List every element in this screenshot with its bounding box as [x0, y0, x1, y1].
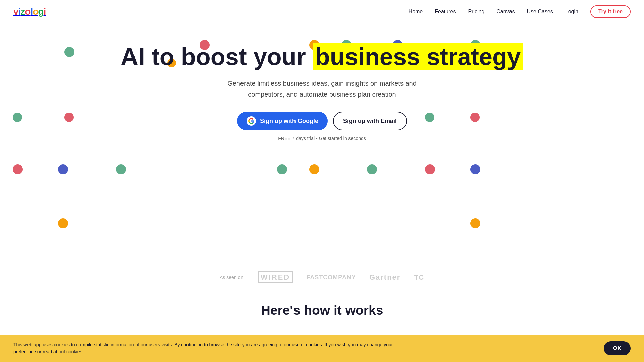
hero-title: AI to boost your business strategy [13, 44, 631, 70]
hero-title-highlight: business strategy [313, 43, 523, 70]
nav-features[interactable]: Features [435, 9, 456, 14]
decorative-dot [116, 164, 126, 174]
decorative-dot [13, 164, 23, 174]
nav-usecases[interactable]: Use Cases [527, 9, 553, 14]
try-it-free-button[interactable]: Try it free [590, 5, 631, 18]
hero-title-part1: AI to boost your [121, 43, 313, 70]
hero-content: AI to boost your business strategy Gener… [0, 23, 644, 155]
trial-text: FREE 7 days trial - Get started in secon… [13, 136, 631, 141]
decorative-dot [470, 218, 480, 228]
signup-email-button[interactable]: Sign up with Email [333, 112, 407, 130]
how-it-works-heading: Here's how it works [0, 290, 644, 324]
signup-google-button[interactable]: Sign up with Google [237, 112, 328, 130]
decorative-dot [58, 218, 68, 228]
decorative-dot [425, 164, 435, 174]
press-wired: WIRED [258, 272, 293, 283]
nav-login[interactable]: Login [565, 9, 578, 14]
nav-canvas[interactable]: Canvas [496, 9, 515, 14]
as-seen-on-section: As seen on: WIRED FASTCOMPANY Gartner TC [0, 258, 644, 290]
hero-section: AI to boost your business strategy Gener… [0, 23, 644, 258]
decorative-dot [58, 164, 68, 174]
decorative-dot [309, 164, 319, 174]
nav-links: Home Features Pricing Canvas Use Cases L… [409, 5, 631, 18]
press-fastcompany: FASTCOMPANY [306, 274, 356, 281]
logo[interactable]: vizologi [13, 6, 46, 17]
google-icon [247, 116, 256, 126]
signup-email-label: Sign up with Email [343, 118, 397, 125]
nav-home[interactable]: Home [409, 9, 423, 14]
signup-google-label: Sign up with Google [260, 118, 318, 125]
navbar: vizologi Home Features Pricing Canvas Us… [0, 0, 644, 23]
how-it-works-title: Here's how it works [13, 303, 631, 318]
hero-subtitle: Generate limitless business ideas, gain … [221, 78, 423, 100]
press-tc: TC [414, 274, 424, 281]
decorative-dot [470, 164, 480, 174]
decorative-dot [277, 164, 287, 174]
as-seen-on-label: As seen on: [220, 275, 245, 280]
press-gartner: Gartner [369, 273, 400, 282]
decorative-dot [367, 164, 377, 174]
cta-buttons: Sign up with Google Sign up with Email [13, 112, 631, 130]
nav-pricing[interactable]: Pricing [468, 9, 484, 14]
